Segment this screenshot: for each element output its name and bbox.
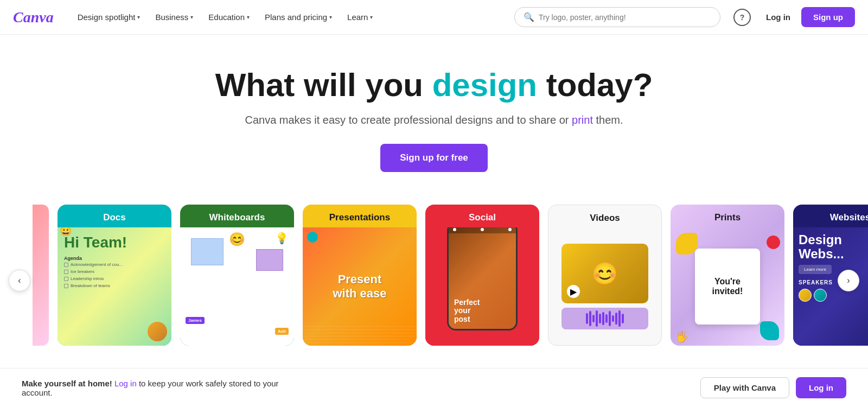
help-button[interactable]: ? (733, 9, 751, 26)
prints-blob3 (767, 236, 780, 249)
card-social-title: Social (425, 205, 539, 227)
social-phone-inner: Perfectyourpost (449, 227, 516, 329)
social-bar-dot (481, 228, 484, 231)
carousel-card-videos[interactable]: Videos 😊 ▶ (548, 205, 662, 346)
chevron-down-icon: ▾ (190, 14, 193, 20)
wb-name-james: James (186, 317, 205, 324)
docs-checkbox (64, 263, 68, 267)
docs-checkbox (64, 270, 68, 274)
nav-business[interactable]: Business ▾ (149, 8, 200, 26)
docs-checkbox (64, 284, 68, 288)
vid-bar (602, 312, 604, 325)
card-pres-title: Presentations (303, 205, 417, 227)
hero-heading-highlight: design (432, 67, 537, 103)
navbar: Canva Design spotlight ▾ Business ▾ Educ… (0, 0, 868, 35)
chevron-down-icon: ▾ (370, 14, 373, 20)
wb-rect2 (256, 249, 283, 271)
hero-heading: What will you design today? (13, 67, 855, 103)
nav-plans-pricing[interactable]: Plans and pricing ▾ (258, 8, 339, 26)
vid-play-button: ▶ (567, 285, 580, 298)
carousel-prev-button[interactable]: ‹ (9, 270, 30, 291)
carousel-next-button[interactable]: › (838, 270, 859, 291)
prints-hand-icon: 🖐 (675, 330, 688, 343)
web-avatar-2 (814, 289, 827, 302)
search-bar: 🔍 (514, 7, 720, 27)
search-icon: 🔍 (524, 12, 534, 22)
vid-bar (615, 313, 617, 325)
wb-name-ash: Ash (275, 328, 289, 335)
vid-bar (612, 315, 614, 322)
hero-heading-after: today? (537, 67, 653, 103)
chevron-down-icon: ▾ (329, 14, 332, 20)
pres-inner: Presentwith ease (303, 227, 417, 346)
wb-emoji: 😊 (229, 232, 245, 247)
pres-text: Presentwith ease (333, 272, 386, 301)
social-phone: Perfectyourpost (447, 227, 518, 330)
card-docs-image: 😀 Hi Team! Agenda Acknowledgement of cou… (58, 227, 171, 346)
prints-blob2 (760, 321, 779, 340)
card-web-title: Websites (793, 205, 868, 227)
card-vid-image: 😊 ▶ (548, 228, 661, 345)
card-wb-image: 😊 💡 Ash James (180, 227, 294, 346)
vid-bar (596, 310, 598, 327)
nav-business-label: Business (155, 12, 188, 22)
nav-plans-pricing-label: Plans and pricing (265, 12, 327, 22)
social-phone-bar (449, 227, 516, 233)
prints-blob1 (676, 233, 698, 255)
hero-subtext-before: Canva makes it easy to create profession… (245, 114, 572, 126)
nav-links: Design spotlight ▾ Business ▾ Education … (71, 8, 506, 26)
social-inner: Perfectyourpost (425, 227, 539, 346)
vid-bar (618, 310, 621, 327)
canva-logo[interactable]: Canva (13, 9, 54, 26)
carousel-card-whiteboards[interactable]: Whiteboards 😊 💡 Ash James (180, 205, 294, 346)
nav-learn[interactable]: Learn ▾ (341, 8, 379, 26)
signup-free-button[interactable]: Sign up for free (380, 144, 488, 172)
nav-design-spotlight-label: Design spotlight (78, 12, 136, 22)
nav-education-label: Education (208, 12, 245, 22)
vid-bar (609, 311, 611, 326)
docs-line-4: Breakdown of teams (64, 283, 110, 288)
card-vid-title: Videos (548, 205, 661, 228)
vid-bar (605, 314, 608, 323)
vid-bar (599, 314, 601, 323)
vid-bar (622, 314, 624, 323)
vid-waveform (561, 308, 648, 329)
carousel-card-prints[interactable]: Prints You'reinvited! 🖐 (671, 205, 784, 346)
vid-bar (589, 311, 591, 326)
carousel-section: ‹ Docs 😀 Hi Team! Agenda Acknowledgement… (0, 194, 868, 367)
hero-section: What will you design today? Canva makes … (0, 35, 868, 194)
wb-bulb-icon: 💡 (275, 232, 289, 245)
pres-rays (303, 324, 417, 346)
prints-card-text: You'reinvited! (712, 277, 743, 296)
docs-inner: 😀 Hi Team! Agenda Acknowledgement of cou… (58, 227, 171, 346)
card-pres-image: Presentwith ease (303, 227, 417, 346)
nav-education[interactable]: Education ▾ (202, 8, 256, 26)
docs-line-3: Leadership intros (64, 276, 104, 281)
docs-emoji: 😀 (60, 227, 72, 237)
carousel-partial-left (33, 205, 49, 346)
search-input[interactable] (539, 13, 711, 22)
social-bar-dot (453, 228, 456, 231)
pres-logo (307, 232, 318, 243)
card-wb-title: Whiteboards (180, 205, 294, 227)
chevron-down-icon: ▾ (137, 14, 140, 20)
login-button[interactable]: Log in (755, 8, 801, 26)
carousel-card-social[interactable]: Social Perfectyourpost (425, 205, 539, 346)
docs-checkbox (64, 277, 68, 281)
prints-inner: You'reinvited! 🖐 (671, 227, 784, 346)
docs-agenda: Agenda (64, 256, 82, 261)
card-social-image: Perfectyourpost (425, 227, 539, 346)
card-prints-title: Prints (671, 205, 784, 227)
carousel-card-docs[interactable]: Docs 😀 Hi Team! Agenda Acknowledgement o… (58, 205, 171, 346)
social-bar-dot (508, 228, 512, 231)
nav-learn-label: Learn (347, 12, 368, 22)
nav-design-spotlight[interactable]: Design spotlight ▾ (71, 8, 147, 26)
carousel-card-presentations[interactable]: Presentations Presentwith ease (303, 205, 417, 346)
docs-avatar (148, 322, 167, 341)
hero-subtext-after: them. (593, 114, 623, 126)
card-prints-image: You'reinvited! 🖐 (671, 227, 784, 346)
docs-hi-text: Hi Team! (64, 234, 127, 251)
signup-button[interactable]: Sign up (801, 7, 855, 27)
web-avatar-1 (799, 289, 812, 302)
vid-person-emoji: 😊 (591, 261, 618, 287)
